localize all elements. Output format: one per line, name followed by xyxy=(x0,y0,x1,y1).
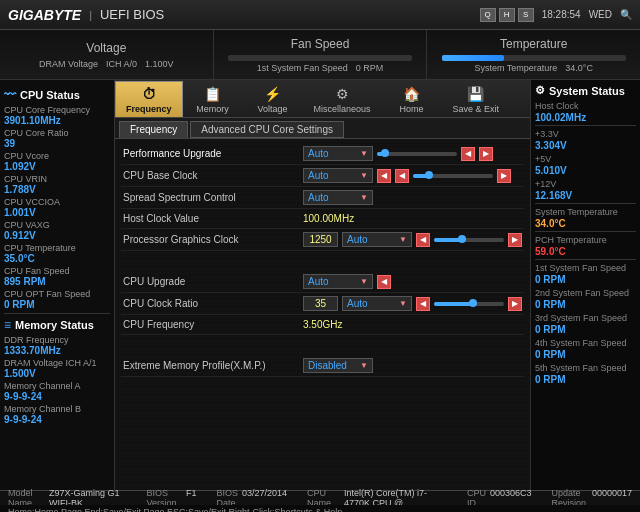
subtab-frequency[interactable]: Frequency xyxy=(119,121,188,138)
fan-title: Fan Speed xyxy=(291,37,350,51)
tab-memory[interactable]: 📋 Memory xyxy=(183,81,243,117)
performance-toggle2[interactable]: ▶ xyxy=(479,147,493,161)
setting-xmp-control: Disabled ▼ xyxy=(303,358,522,373)
fan1-label: 1st System Fan Speed xyxy=(535,263,636,273)
setting-cpu-upgrade[interactable]: CPU Upgrade Auto ▼ ◀ xyxy=(121,271,524,293)
tab-home[interactable]: 🏠 Home xyxy=(382,81,442,117)
home-icon: 🏠 xyxy=(403,86,420,102)
setting-xmp[interactable]: Extreme Memory Profile(X.M.P.) Disabled … xyxy=(121,355,524,377)
graphics-toggle2[interactable]: ▶ xyxy=(508,233,522,247)
mem-channel-b-value: 9-9-9-24 xyxy=(4,414,110,425)
ddr-freq-label: DDR Frequency xyxy=(4,335,110,345)
memory-section-title: ≡ Memory Status xyxy=(4,318,110,332)
cpu-vrin-label: CPU VRIN xyxy=(4,174,110,184)
cpu-temp-label: CPU Temperature xyxy=(4,243,110,253)
tab-frequency-label: Frequency xyxy=(126,104,172,114)
icon-s[interactable]: S xyxy=(518,8,534,22)
tab-miscellaneous[interactable]: ⚙ Miscellaneous xyxy=(303,81,382,117)
v12-value: 12.168V xyxy=(535,190,636,201)
graphics-clock-dropdown[interactable]: Auto ▼ xyxy=(342,232,412,247)
cpu-clock-ratio-input[interactable] xyxy=(303,296,338,311)
tab-voltage[interactable]: ⚡ Voltage xyxy=(243,81,303,117)
cpu-base-clock-toggle[interactable]: ◀ xyxy=(377,169,391,183)
dropdown-arrow3: ▼ xyxy=(360,193,368,202)
mem-channel-a-label: Memory Channel A xyxy=(4,381,110,391)
cpu-temp-value: 35.0°C xyxy=(4,253,110,264)
dropdown-arrow2: ▼ xyxy=(360,171,368,180)
cpu-core-ratio-label: CPU Core Ratio xyxy=(4,128,110,138)
setting-graphics-clock[interactable]: Processor Graphics Clock Auto ▼ ◀ ▶ xyxy=(121,229,524,251)
subtab-advanced[interactable]: Advanced CPU Core Settings xyxy=(190,121,344,138)
tab-frequency[interactable]: ⏱ Frequency xyxy=(115,81,183,117)
temp-items: System Temperature 34.0°C xyxy=(474,63,593,73)
sys-temp-label: System Temperature xyxy=(535,207,636,217)
dram-voltage-label: DRAM Voltage ICH A/1 xyxy=(4,358,110,368)
mem-channel-b: Memory Channel B 9-9-9-24 xyxy=(4,404,110,425)
setting-cpu-clock-ratio[interactable]: CPU Clock Ratio Auto ▼ ◀ ▶ xyxy=(121,293,524,315)
cpu-upgrade-toggle[interactable]: ◀ xyxy=(377,275,391,289)
temp-title: Temperature xyxy=(500,37,567,51)
cpu-vcore: CPU Vcore 1.092V xyxy=(4,151,110,172)
temp-label: System Temperature xyxy=(474,63,557,73)
cpu-temp: CPU Temperature 35.0°C xyxy=(4,243,110,264)
performance-toggle[interactable]: ◀ xyxy=(461,147,475,161)
cpu-opt-fan-value: 0 RPM xyxy=(4,299,110,310)
cpu-vccioa-label: CPU VCCIOA xyxy=(4,197,110,207)
icon-h[interactable]: H xyxy=(499,8,515,22)
cpu-base-clock-dropdown[interactable]: Auto ▼ xyxy=(303,168,373,183)
right-divider-4 xyxy=(535,259,636,260)
setting-cpu-base-clock[interactable]: CPU Base Clock Auto ▼ ◀ ◀ ▶ xyxy=(121,165,524,187)
setting-xmp-label: Extreme Memory Profile(X.M.P.) xyxy=(123,360,303,371)
cpu-core-ratio-value: 39 xyxy=(4,138,110,149)
setting-cpu-frequency-control: 3.50GHz xyxy=(303,319,522,330)
cpu-frequency-value: 3.50GHz xyxy=(303,319,363,330)
setting-cpu-frequency-label: CPU Frequency xyxy=(123,319,303,330)
setting-spread-spectrum-label: Spread Spectrum Control xyxy=(123,192,303,203)
graphics-slider-thumb xyxy=(458,235,466,243)
voltage-icon: ⚡ xyxy=(264,86,281,102)
xmp-dropdown[interactable]: Disabled ▼ xyxy=(303,358,373,373)
frequency-icon: ⏱ xyxy=(142,86,156,102)
dram-voltage: DRAM Voltage ICH A/1 1.500V xyxy=(4,358,110,379)
fan5-label: 5th System Fan Speed xyxy=(535,363,636,373)
cpu-base-clock-toggle2[interactable]: ◀ xyxy=(395,169,409,183)
spread-spectrum-dropdown[interactable]: Auto ▼ xyxy=(303,190,373,205)
setting-cpu-upgrade-control: Auto ▼ ◀ xyxy=(303,274,522,289)
cpu-vccioa-value: 1.001V xyxy=(4,207,110,218)
ratio-toggle1[interactable]: ◀ xyxy=(416,297,430,311)
header-separator: | xyxy=(89,9,92,21)
v12-label: +12V xyxy=(535,179,636,189)
ratio-slider[interactable] xyxy=(434,302,504,306)
tab-save-exit[interactable]: 💾 Save & Exit xyxy=(442,81,511,117)
cpu-upgrade-dropdown[interactable]: Auto ▼ xyxy=(303,274,373,289)
shortcuts-bar: Home:Home Page End:Save/Exit Page ESC:Sa… xyxy=(0,505,640,512)
graphics-clock-input[interactable] xyxy=(303,232,338,247)
right-divider-1 xyxy=(535,125,636,126)
mem-channel-b-label: Memory Channel B xyxy=(4,404,110,414)
icon-q[interactable]: Q xyxy=(480,8,496,22)
dropdown-arrow4: ▼ xyxy=(399,235,407,244)
performance-upgrade-dropdown[interactable]: Auto ▼ xyxy=(303,146,373,161)
sub-tabs: Frequency Advanced CPU Core Settings xyxy=(115,118,530,139)
misc-icon: ⚙ xyxy=(336,86,349,102)
fan2-value: 0 RPM xyxy=(535,299,636,310)
fan4-label: 4th System Fan Speed xyxy=(535,338,636,348)
search-icon[interactable]: 🔍 xyxy=(620,9,632,20)
mem-channel-a: Memory Channel A 9-9-9-24 xyxy=(4,381,110,402)
ratio-toggle2[interactable]: ▶ xyxy=(508,297,522,311)
cpu-base-toggle3[interactable]: ▶ xyxy=(497,169,511,183)
performance-slider[interactable] xyxy=(377,152,457,156)
spacer2 xyxy=(121,335,524,355)
cpu-clock-ratio-dropdown[interactable]: Auto ▼ xyxy=(342,296,412,311)
setting-performance-upgrade[interactable]: Performance Upgrade Auto ▼ ◀ ▶ xyxy=(121,143,524,165)
sys-temp-value: 34.0°C xyxy=(535,218,636,229)
setting-performance-upgrade-control: Auto ▼ ◀ ▶ xyxy=(303,146,522,161)
cpu-opt-fan: CPU OPT Fan Speed 0 RPM xyxy=(4,289,110,310)
graphics-toggle1[interactable]: ◀ xyxy=(416,233,430,247)
cpu-base-slider[interactable] xyxy=(413,174,493,178)
v5-value: 5.010V xyxy=(535,165,636,176)
cpu-title: CPU Status xyxy=(20,89,80,101)
graphics-slider[interactable] xyxy=(434,238,504,242)
setting-spread-spectrum[interactable]: Spread Spectrum Control Auto ▼ xyxy=(121,187,524,209)
host-clock-right-value: 100.02MHz xyxy=(535,112,636,123)
